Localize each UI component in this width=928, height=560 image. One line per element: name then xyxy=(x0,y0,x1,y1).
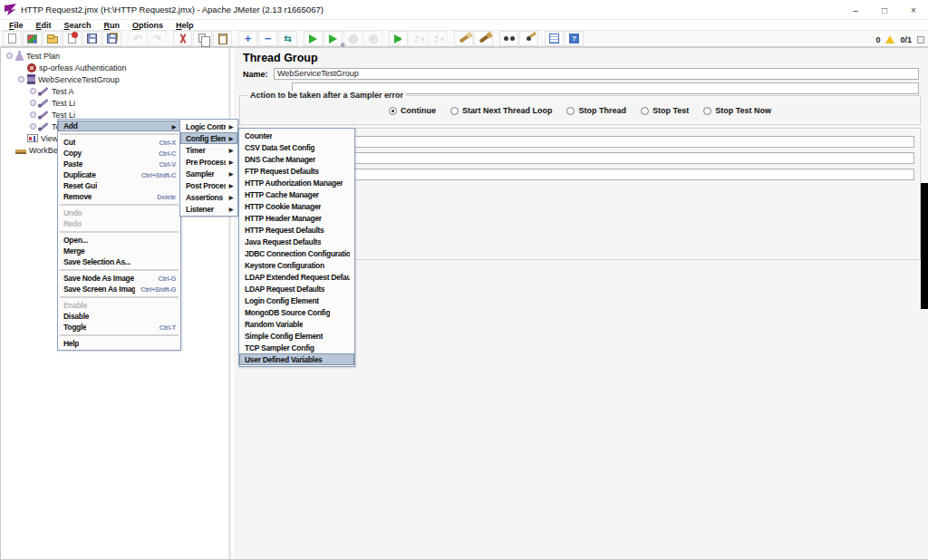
menu-item-http-authorization-manager[interactable]: HTTP Authorization Manager xyxy=(239,177,354,188)
remote-start-all-button[interactable] xyxy=(389,31,408,46)
menu-item-copy[interactable]: Copy Ctrl-C xyxy=(58,148,180,159)
start-no-pauses-button[interactable] xyxy=(324,31,343,46)
radio-stop-thread[interactable]: Stop Thread xyxy=(566,106,626,115)
tree-expand-handle-icon[interactable] xyxy=(30,100,36,106)
close-file-button[interactable] xyxy=(63,31,82,46)
menu-item-post-processors[interactable]: Post Processors xyxy=(180,179,237,191)
menu-item[interactable] xyxy=(60,204,179,206)
menu-item[interactable] xyxy=(60,269,179,271)
clear-all-button[interactable] xyxy=(474,31,493,46)
tree-node-authentication[interactable]: sp-orfeas Authentication xyxy=(1,62,228,73)
stop-button[interactable] xyxy=(343,31,362,46)
ramp-up-period-field[interactable] xyxy=(345,152,914,164)
menu-item-add[interactable]: Add xyxy=(58,121,180,131)
help-button[interactable]: ? xyxy=(565,31,584,46)
toolbar-separator[interactable] xyxy=(384,31,388,46)
radio-start-next-thread-loop[interactable]: Start Next Thread Loop xyxy=(450,106,553,115)
tree-expand-handle-icon[interactable] xyxy=(30,88,36,94)
menu-item-assertions[interactable]: Assertions xyxy=(180,191,237,203)
open-file-button[interactable] xyxy=(43,31,62,46)
radio-stop-test-now[interactable]: Stop Test Now xyxy=(703,106,771,115)
loop-count-field[interactable] xyxy=(345,169,914,180)
save-as-button[interactable] xyxy=(102,31,121,46)
menu-item[interactable] xyxy=(60,231,179,233)
close-button[interactable]: × xyxy=(899,0,928,20)
search-button[interactable] xyxy=(499,31,518,46)
menu-item-enable[interactable]: Enable xyxy=(58,300,180,311)
toggle-button[interactable]: ⇆ xyxy=(278,31,297,46)
menu-run[interactable]: Run xyxy=(99,21,126,30)
save-button[interactable] xyxy=(82,31,102,46)
menu-item-open[interactable]: Open... xyxy=(58,235,180,246)
menu-item[interactable] xyxy=(60,296,179,298)
tree-expand-handle-icon[interactable] xyxy=(6,53,13,59)
menu-options[interactable]: Options xyxy=(127,21,169,30)
menu-edit[interactable]: Edit xyxy=(31,21,57,30)
toolbar-separator[interactable] xyxy=(299,31,303,46)
new-file-button[interactable] xyxy=(3,31,22,46)
tree-node-sampler[interactable]: Test A xyxy=(1,85,228,97)
menu-item-listener[interactable]: Listener xyxy=(180,203,237,215)
cut-button[interactable] xyxy=(173,31,192,46)
copy-button[interactable] xyxy=(193,31,212,46)
search-reset-button[interactable] xyxy=(519,31,538,46)
menu-item-jdbc-connection-configuration[interactable]: JDBC Connection Configuration xyxy=(239,247,354,259)
toolbar-separator[interactable] xyxy=(540,31,544,46)
minimize-button[interactable]: – xyxy=(841,0,870,20)
menu-item-java-request-defaults[interactable]: Java Request Defaults xyxy=(239,236,354,247)
menu-item-logic-controller[interactable]: Logic Controller xyxy=(180,121,237,132)
menu-item-csv-data-set-config[interactable]: CSV Data Set Config xyxy=(239,141,354,153)
menu-item-mongodb-source-config[interactable]: MongoDB Source Config xyxy=(239,306,354,318)
expand-all-button[interactable]: + xyxy=(238,31,257,46)
menu-item-reset-gui[interactable]: Reset Gui xyxy=(58,180,180,191)
menu-item-cut[interactable]: Cut Ctrl-X xyxy=(58,137,180,148)
menu-item[interactable] xyxy=(60,334,179,336)
menu-item-timer[interactable]: Timer xyxy=(180,144,237,156)
function-helper-button[interactable] xyxy=(545,31,564,46)
remote-shutdown-all-button[interactable] xyxy=(429,31,448,46)
remote-stop-all-button[interactable] xyxy=(409,31,428,46)
menu-search[interactable]: Search xyxy=(59,21,97,30)
tree-expand-handle-icon[interactable] xyxy=(30,111,36,118)
toolbar-separator[interactable] xyxy=(169,31,172,46)
tree-node-thread-group[interactable]: WebServiceTestGroup xyxy=(1,73,228,85)
menu-item-random-variable[interactable]: Random Variable xyxy=(239,318,354,330)
menu-item-config-element[interactable]: Config Element xyxy=(180,132,237,144)
number-of-threads-field[interactable] xyxy=(345,136,914,148)
menu-item-paste[interactable]: Paste Ctrl-V xyxy=(58,159,180,169)
menu-item-remove[interactable]: Remove Delete xyxy=(58,191,180,202)
tree-node-sampler[interactable]: Test Li xyxy=(1,97,228,109)
menu-item-ldap-extended-request-defaults[interactable]: LDAP Extended Request Defaults xyxy=(239,271,354,283)
radio-continue[interactable]: Continue xyxy=(389,106,436,115)
menu-item-ldap-request-defaults[interactable]: LDAP Request Defaults xyxy=(239,283,354,294)
paste-button[interactable] xyxy=(213,31,232,46)
toolbar-separator[interactable] xyxy=(450,31,453,46)
menu-file[interactable]: File xyxy=(4,21,29,30)
menu-item-login-config-element[interactable]: Login Config Element xyxy=(239,294,354,306)
menu-item-counter[interactable]: Counter xyxy=(239,130,354,141)
templates-button[interactable] xyxy=(23,31,42,46)
menu-help[interactable]: Help xyxy=(170,21,199,30)
menu-item-undo[interactable]: Undo xyxy=(58,208,180,218)
menu-item-pre-processors[interactable]: Pre Processors xyxy=(180,156,237,168)
menu-item-redo[interactable]: Redo xyxy=(58,218,180,229)
menu-item-dns-cache-manager[interactable]: DNS Cache Manager xyxy=(239,153,354,165)
menu-item-save-screen-as-image[interactable]: Save Screen As Image Ctrl+Shift-G xyxy=(58,284,180,294)
menu-item-merge[interactable]: Merge xyxy=(58,246,180,256)
toolbar-separator[interactable] xyxy=(123,31,127,46)
redo-button[interactable]: ↷ xyxy=(148,31,167,46)
undo-button[interactable]: ↶ xyxy=(128,31,147,46)
radio-stop-test[interactable]: Stop Test xyxy=(641,106,689,115)
menu-item-duplicate[interactable]: Duplicate Ctrl+Shift-C xyxy=(58,169,180,180)
menu-item-keystore-configuration[interactable]: Keystore Configuration xyxy=(239,259,354,271)
menu-item-help[interactable]: Help xyxy=(58,338,180,349)
maximize-button[interactable]: □ xyxy=(870,0,899,20)
menu-item-http-request-defaults[interactable]: HTTP Request Defaults xyxy=(239,224,354,236)
shutdown-button[interactable]: × xyxy=(363,31,382,46)
tree-expand-handle-icon[interactable] xyxy=(30,123,36,130)
menu-item-save-selection-as[interactable]: Save Selection As... xyxy=(58,256,180,267)
menu-item-ftp-request-defaults[interactable]: FTP Request Defaults xyxy=(239,165,354,177)
tree-node-test-plan[interactable]: Test Plan xyxy=(1,50,228,62)
menu-item-sampler[interactable]: Sampler xyxy=(180,168,237,179)
menu-item[interactable] xyxy=(60,133,179,135)
